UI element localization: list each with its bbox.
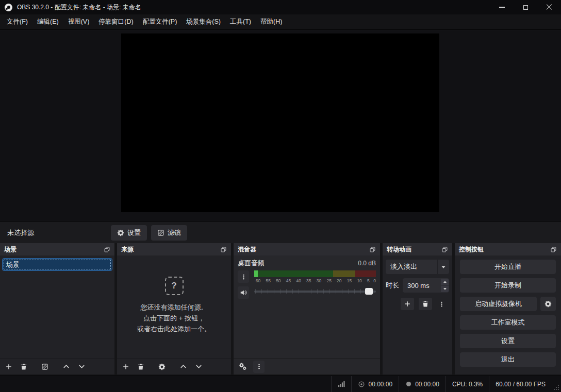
menu-docks[interactable]: 停靠窗口(D) xyxy=(94,15,138,29)
mixer-menu-button[interactable] xyxy=(253,361,265,373)
spin-up-button[interactable] xyxy=(441,279,449,285)
transitions-panel: 淡入淡出 时长 300 ms xyxy=(383,255,452,358)
meter-tick: -45 xyxy=(285,278,291,283)
record-dot-icon xyxy=(405,381,412,387)
start-streaming-button[interactable]: 开始直播 xyxy=(460,260,556,274)
add-transition-button[interactable] xyxy=(401,298,414,310)
menu-edit[interactable]: 编辑(E) xyxy=(32,15,63,29)
menu-scene-collection[interactable]: 场景集合(S) xyxy=(182,15,225,29)
meter-tick: -60 xyxy=(254,278,260,283)
menu-view[interactable]: 视图(V) xyxy=(63,15,94,29)
source-properties-button[interactable]: 设置 xyxy=(111,225,147,241)
virtual-camera-settings-button[interactable] xyxy=(540,297,556,311)
channel-menu-button[interactable] xyxy=(238,270,249,283)
remove-scene-button[interactable] xyxy=(20,363,27,370)
chevron-up-icon xyxy=(443,281,447,283)
exit-button[interactable]: 退出 xyxy=(460,352,556,367)
add-scene-button[interactable] xyxy=(5,363,12,370)
studio-mode-button[interactable]: 工作室模式 xyxy=(460,315,556,330)
chevron-down-icon xyxy=(196,365,201,368)
duration-label: 时长 xyxy=(386,281,399,290)
gear-icon xyxy=(545,301,551,307)
remove-transition-button[interactable] xyxy=(419,298,432,310)
audio-level-db: 0.0 dB xyxy=(358,260,376,267)
mute-button[interactable] xyxy=(238,286,249,299)
scenes-dock-header: 场景 xyxy=(0,243,114,255)
move-scene-down-button[interactable] xyxy=(78,363,86,370)
popout-dock-icon[interactable] xyxy=(369,246,376,253)
move-source-up-button[interactable] xyxy=(179,363,187,370)
obs-logo-icon xyxy=(5,4,12,11)
advanced-audio-button[interactable] xyxy=(239,363,247,370)
transitions-dock-header: 转场动画 xyxy=(383,243,452,255)
remove-source-button[interactable] xyxy=(137,363,144,370)
mixer-dock-header: 混音器 xyxy=(234,243,380,255)
volume-meter xyxy=(254,270,376,277)
menu-tools[interactable]: 工具(T) xyxy=(225,15,256,29)
source-filters-button[interactable]: 滤镜 xyxy=(151,225,187,241)
scene-list-item[interactable]: 场景 xyxy=(2,258,112,271)
sources-empty-line: 点击下面的 + 按钮， xyxy=(143,313,205,323)
start-recording-button[interactable]: 开始录制 xyxy=(460,278,556,293)
chevron-up-icon xyxy=(181,365,186,368)
speaker-icon xyxy=(240,289,247,296)
popout-dock-icon[interactable] xyxy=(104,246,110,253)
maximize-button[interactable] xyxy=(514,0,537,14)
signal-bars-icon xyxy=(338,381,345,387)
select-dropdown-button[interactable] xyxy=(437,260,449,274)
window-controls xyxy=(490,0,561,14)
network-status xyxy=(331,376,351,392)
resize-grip[interactable] xyxy=(552,376,561,392)
scenes-dock-title: 场景 xyxy=(4,245,16,254)
advanced-audio-icon xyxy=(239,363,247,370)
controls-dock: 控制按钮 开始直播 开始录制 启动虚拟摄像机 工作室模式 设置 退出 xyxy=(455,243,561,374)
meter-tick: -40 xyxy=(295,278,301,283)
close-button[interactable] xyxy=(537,0,561,14)
broadcast-icon xyxy=(358,381,365,388)
controls-panel: 开始直播 开始录制 启动虚拟摄像机 工作室模式 设置 退出 xyxy=(455,255,561,358)
plus-icon xyxy=(123,364,128,369)
trash-icon xyxy=(138,364,144,369)
mixer-toolbar xyxy=(234,358,380,374)
meter-tick: -5 xyxy=(366,278,370,283)
sources-dock: 来源 ? 您还没有添加任何源。 点击下面的 + 按钮， 或者右击此处添加一个。 xyxy=(117,243,231,374)
selected-source-label: 未选择源 xyxy=(7,222,34,244)
record-timer: 00:00:00 xyxy=(399,376,446,392)
menu-file[interactable]: 文件(F) xyxy=(2,15,32,29)
minimize-button[interactable] xyxy=(490,0,514,14)
window-title: OBS 30.2.0 - 配置文件: 未命名 - 场景: 未命名 xyxy=(17,3,141,12)
transition-select[interactable]: 淡入淡出 xyxy=(386,260,449,274)
transition-duration-input[interactable]: 300 ms xyxy=(403,278,449,293)
preview-canvas[interactable] xyxy=(121,33,439,212)
volume-slider[interactable] xyxy=(254,287,376,295)
menubar: 文件(F) 编辑(E) 视图(V) 停靠窗口(D) 配置文件(P) 场景集合(S… xyxy=(0,14,561,30)
meter-tick: -55 xyxy=(265,278,271,283)
meter-active-level xyxy=(254,270,258,277)
scene-filters-button[interactable] xyxy=(41,363,48,370)
popout-dock-icon[interactable] xyxy=(220,246,227,253)
settings-button[interactable]: 设置 xyxy=(460,334,556,348)
move-source-down-button[interactable] xyxy=(195,363,203,370)
sources-empty-area[interactable]: ? 您还没有添加任何源。 点击下面的 + 按钮， 或者右击此处添加一个。 xyxy=(117,255,231,358)
close-icon xyxy=(546,4,552,10)
gear-icon xyxy=(117,229,124,236)
controls-dock-header: 控制按钮 xyxy=(455,243,561,255)
controls-dock-title: 控制按钮 xyxy=(459,245,484,254)
move-scene-up-button[interactable] xyxy=(62,363,70,370)
mixer-channel-panel: 桌面音频 0.0 dB -60 -55 xyxy=(234,255,380,358)
slider-handle[interactable] xyxy=(365,288,373,295)
volume-meter-group: -60 -55 -50 -45 -40 -35 -30 -25 -20 -15 … xyxy=(254,270,376,283)
source-properties-toolbar-button[interactable] xyxy=(158,363,166,370)
popout-dock-icon[interactable] xyxy=(441,246,448,253)
spin-down-button[interactable] xyxy=(441,286,449,293)
trash-icon xyxy=(423,301,428,307)
obs-window: OBS 30.2.0 - 配置文件: 未命名 - 场景: 未命名 文件(F) 编… xyxy=(0,0,561,392)
menu-help[interactable]: 帮助(H) xyxy=(256,15,287,29)
popout-dock-icon[interactable] xyxy=(550,246,557,253)
meter-tick: -50 xyxy=(274,278,280,283)
add-source-button[interactable] xyxy=(122,363,129,370)
transition-properties-button[interactable] xyxy=(437,298,446,310)
menu-profile[interactable]: 配置文件(P) xyxy=(138,15,182,29)
sources-dock-title: 来源 xyxy=(121,245,134,254)
start-virtual-camera-button[interactable]: 启动虚拟摄像机 xyxy=(460,297,537,311)
